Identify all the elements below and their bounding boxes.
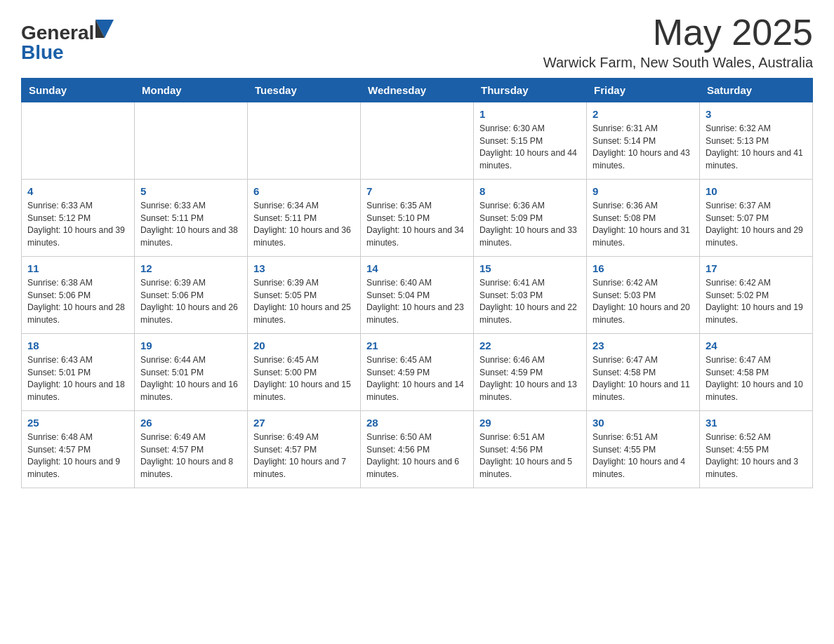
day-info: Sunrise: 6:32 AMSunset: 5:13 PMDaylight:… xyxy=(706,123,807,173)
logo-blue-text: Blue xyxy=(21,41,64,63)
day-info: Sunrise: 6:41 AMSunset: 5:03 PMDaylight:… xyxy=(479,277,581,327)
day-info: Sunrise: 6:39 AMSunset: 5:06 PMDaylight:… xyxy=(140,277,241,327)
day-number: 15 xyxy=(479,261,581,276)
day-number: 19 xyxy=(140,338,241,353)
calendar-cell: 8Sunrise: 6:36 AMSunset: 5:09 PMDaylight… xyxy=(474,180,587,257)
calendar-cell: 18Sunrise: 6:43 AMSunset: 5:01 PMDayligh… xyxy=(22,334,135,411)
day-number: 10 xyxy=(706,184,807,199)
calendar-cell: 11Sunrise: 6:38 AMSunset: 5:06 PMDayligh… xyxy=(22,257,135,334)
day-number: 9 xyxy=(593,184,694,199)
day-number: 28 xyxy=(366,415,468,430)
day-info: Sunrise: 6:48 AMSunset: 4:57 PMDaylight:… xyxy=(27,431,128,481)
calendar-cell: 13Sunrise: 6:39 AMSunset: 5:05 PMDayligh… xyxy=(248,257,361,334)
day-number: 26 xyxy=(140,415,241,430)
day-number: 17 xyxy=(706,261,807,276)
day-number: 4 xyxy=(27,184,128,199)
day-info: Sunrise: 6:40 AMSunset: 5:04 PMDaylight:… xyxy=(366,277,468,327)
calendar-cell xyxy=(135,102,248,180)
day-number: 8 xyxy=(479,184,581,199)
calendar-cell: 16Sunrise: 6:42 AMSunset: 5:03 PMDayligh… xyxy=(587,257,700,334)
day-info: Sunrise: 6:51 AMSunset: 4:55 PMDaylight:… xyxy=(593,431,694,481)
day-info: Sunrise: 6:45 AMSunset: 4:59 PMDaylight:… xyxy=(366,354,468,404)
calendar-cell: 1Sunrise: 6:30 AMSunset: 5:15 PMDaylight… xyxy=(474,102,587,180)
day-info: Sunrise: 6:31 AMSunset: 5:14 PMDaylight:… xyxy=(593,123,694,173)
calendar-table: Sunday Monday Tuesday Wednesday Thursday… xyxy=(21,78,813,488)
calendar-cell: 2Sunrise: 6:31 AMSunset: 5:14 PMDaylight… xyxy=(587,102,700,180)
week-row-4: 18Sunrise: 6:43 AMSunset: 5:01 PMDayligh… xyxy=(22,334,813,411)
week-row-1: 1Sunrise: 6:30 AMSunset: 5:15 PMDaylight… xyxy=(22,102,813,180)
day-number: 7 xyxy=(366,184,468,199)
calendar-cell: 27Sunrise: 6:49 AMSunset: 4:57 PMDayligh… xyxy=(248,411,361,488)
col-saturday: Saturday xyxy=(700,79,813,102)
calendar-cell xyxy=(361,102,474,180)
calendar-cell: 30Sunrise: 6:51 AMSunset: 4:55 PMDayligh… xyxy=(587,411,700,488)
calendar-cell: 12Sunrise: 6:39 AMSunset: 5:06 PMDayligh… xyxy=(135,257,248,334)
day-info: Sunrise: 6:36 AMSunset: 5:09 PMDaylight:… xyxy=(479,200,581,250)
day-number: 24 xyxy=(706,338,807,353)
day-info: Sunrise: 6:45 AMSunset: 5:00 PMDaylight:… xyxy=(253,354,355,404)
day-info: Sunrise: 6:43 AMSunset: 5:01 PMDaylight:… xyxy=(27,354,128,404)
title-section: May 2025 Warwick Farm, New South Wales, … xyxy=(543,14,813,71)
day-info: Sunrise: 6:47 AMSunset: 4:58 PMDaylight:… xyxy=(706,354,807,404)
col-sunday: Sunday xyxy=(22,79,135,102)
day-number: 29 xyxy=(479,415,581,430)
calendar-cell: 24Sunrise: 6:47 AMSunset: 4:58 PMDayligh… xyxy=(700,334,813,411)
calendar-cell: 20Sunrise: 6:45 AMSunset: 5:00 PMDayligh… xyxy=(248,334,361,411)
day-info: Sunrise: 6:52 AMSunset: 4:55 PMDaylight:… xyxy=(706,431,807,481)
calendar-cell: 9Sunrise: 6:36 AMSunset: 5:08 PMDaylight… xyxy=(587,180,700,257)
day-info: Sunrise: 6:36 AMSunset: 5:08 PMDaylight:… xyxy=(593,200,694,250)
day-number: 23 xyxy=(593,338,694,353)
calendar-cell: 22Sunrise: 6:46 AMSunset: 4:59 PMDayligh… xyxy=(474,334,587,411)
logo-general-text: General xyxy=(21,22,94,43)
week-row-5: 25Sunrise: 6:48 AMSunset: 4:57 PMDayligh… xyxy=(22,411,813,488)
calendar-cell: 25Sunrise: 6:48 AMSunset: 4:57 PMDayligh… xyxy=(22,411,135,488)
week-row-3: 11Sunrise: 6:38 AMSunset: 5:06 PMDayligh… xyxy=(22,257,813,334)
col-monday: Monday xyxy=(135,79,248,102)
calendar-cell: 23Sunrise: 6:47 AMSunset: 4:58 PMDayligh… xyxy=(587,334,700,411)
day-info: Sunrise: 6:30 AMSunset: 5:15 PMDaylight:… xyxy=(479,123,581,173)
day-info: Sunrise: 6:39 AMSunset: 5:05 PMDaylight:… xyxy=(253,277,355,327)
day-number: 27 xyxy=(253,415,355,430)
day-number: 16 xyxy=(593,261,694,276)
calendar-cell: 21Sunrise: 6:45 AMSunset: 4:59 PMDayligh… xyxy=(361,334,474,411)
calendar-header-row: Sunday Monday Tuesday Wednesday Thursday… xyxy=(22,79,813,102)
day-info: Sunrise: 6:38 AMSunset: 5:06 PMDaylight:… xyxy=(27,277,128,327)
day-info: Sunrise: 6:47 AMSunset: 4:58 PMDaylight:… xyxy=(593,354,694,404)
calendar-cell: 7Sunrise: 6:35 AMSunset: 5:10 PMDaylight… xyxy=(361,180,474,257)
day-info: Sunrise: 6:49 AMSunset: 4:57 PMDaylight:… xyxy=(140,431,241,481)
calendar-cell: 19Sunrise: 6:44 AMSunset: 5:01 PMDayligh… xyxy=(135,334,248,411)
day-number: 14 xyxy=(366,261,468,276)
day-number: 25 xyxy=(27,415,128,430)
day-info: Sunrise: 6:35 AMSunset: 5:10 PMDaylight:… xyxy=(366,200,468,250)
day-number: 18 xyxy=(27,338,128,353)
calendar-cell: 5Sunrise: 6:33 AMSunset: 5:11 PMDaylight… xyxy=(135,180,248,257)
day-number: 2 xyxy=(593,107,694,121)
page-header: General Blue May 2025 Warwick Farm, New … xyxy=(21,14,813,71)
day-number: 6 xyxy=(253,184,355,199)
logo-icon xyxy=(95,20,114,38)
calendar-cell: 4Sunrise: 6:33 AMSunset: 5:12 PMDaylight… xyxy=(22,180,135,257)
day-info: Sunrise: 6:37 AMSunset: 5:07 PMDaylight:… xyxy=(706,200,807,250)
day-info: Sunrise: 6:42 AMSunset: 5:03 PMDaylight:… xyxy=(593,277,694,327)
day-info: Sunrise: 6:34 AMSunset: 5:11 PMDaylight:… xyxy=(253,200,355,250)
day-number: 13 xyxy=(253,261,355,276)
logo: General Blue xyxy=(21,21,114,62)
calendar-cell: 28Sunrise: 6:50 AMSunset: 4:56 PMDayligh… xyxy=(361,411,474,488)
calendar-cell: 14Sunrise: 6:40 AMSunset: 5:04 PMDayligh… xyxy=(361,257,474,334)
day-number: 1 xyxy=(479,107,581,121)
day-number: 31 xyxy=(706,415,807,430)
calendar-cell: 26Sunrise: 6:49 AMSunset: 4:57 PMDayligh… xyxy=(135,411,248,488)
day-number: 21 xyxy=(366,338,468,353)
calendar-cell: 29Sunrise: 6:51 AMSunset: 4:56 PMDayligh… xyxy=(474,411,587,488)
day-info: Sunrise: 6:42 AMSunset: 5:02 PMDaylight:… xyxy=(706,277,807,327)
calendar-cell: 15Sunrise: 6:41 AMSunset: 5:03 PMDayligh… xyxy=(474,257,587,334)
location-title: Warwick Farm, New South Wales, Australia xyxy=(543,55,813,71)
day-info: Sunrise: 6:46 AMSunset: 4:59 PMDaylight:… xyxy=(479,354,581,404)
day-info: Sunrise: 6:51 AMSunset: 4:56 PMDaylight:… xyxy=(479,431,581,481)
calendar-cell xyxy=(22,102,135,180)
day-number: 22 xyxy=(479,338,581,353)
day-number: 11 xyxy=(27,261,128,276)
day-info: Sunrise: 6:50 AMSunset: 4:56 PMDaylight:… xyxy=(366,431,468,481)
day-info: Sunrise: 6:44 AMSunset: 5:01 PMDaylight:… xyxy=(140,354,241,404)
calendar-cell: 6Sunrise: 6:34 AMSunset: 5:11 PMDaylight… xyxy=(248,180,361,257)
